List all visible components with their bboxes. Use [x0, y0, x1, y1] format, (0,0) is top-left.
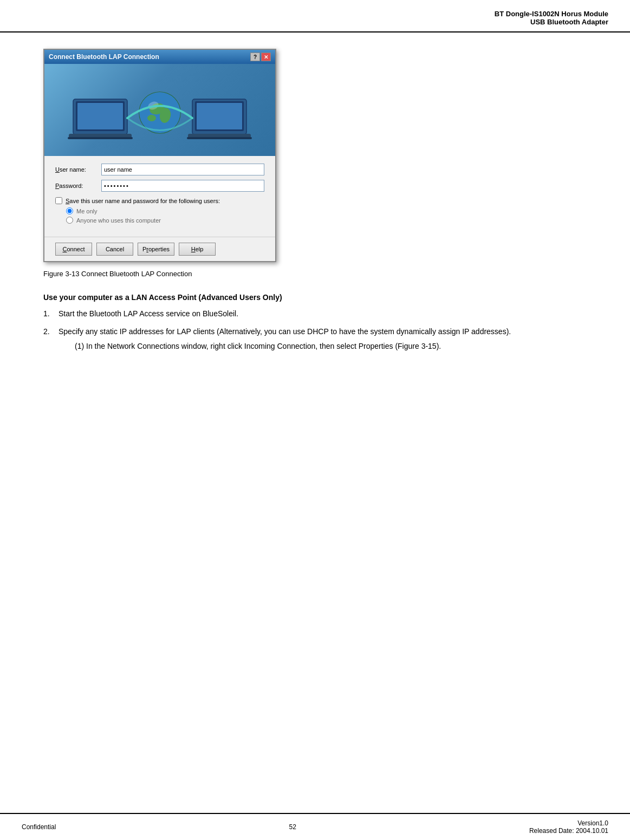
- header-title-line2: USB Bluetooth Adapter: [22, 18, 608, 26]
- dialog-titlebar: Connect Bluetooth LAP Connection ? ✕: [44, 50, 275, 64]
- radio-anyone-label: Anyone who uses this computer: [76, 217, 161, 224]
- dialog-body: User name: Password: Save this user name…: [44, 156, 275, 237]
- properties-button[interactable]: Properties: [138, 243, 174, 256]
- dialog-help-button[interactable]: ?: [250, 53, 260, 61]
- numbered-list: 1. Start the Bluetooth LAP Access servic…: [43, 308, 587, 352]
- password-label: Password:: [55, 183, 101, 189]
- list-item: 1. Start the Bluetooth LAP Access servic…: [43, 308, 587, 320]
- dialog-close-button[interactable]: ✕: [261, 53, 271, 61]
- save-underline-char: S: [66, 198, 69, 204]
- radio-group: Me only Anyone who uses this computer: [66, 207, 264, 224]
- svg-point-15: [147, 115, 156, 121]
- footer-page-number: 52: [289, 823, 296, 831]
- svg-rect-9: [187, 137, 252, 139]
- list-number-2: 2.: [43, 326, 59, 337]
- password-input[interactable]: [101, 180, 264, 192]
- save-checkbox[interactable]: [55, 197, 62, 204]
- list-text-2: Specify any static IP addresses for LAP …: [59, 327, 511, 336]
- dialog-footer: Connect Cancel Properties Help: [44, 237, 275, 261]
- properties-underline-char: r: [146, 246, 148, 252]
- radio-me-row: Me only: [66, 207, 264, 214]
- radio-me[interactable]: [66, 207, 73, 214]
- dialog-box: Connect Bluetooth LAP Connection ? ✕: [43, 49, 276, 262]
- help-button[interactable]: Help: [179, 243, 216, 256]
- header-title-line1: BT Dongle-IS1002N Horus Module: [22, 10, 608, 18]
- svg-rect-2: [77, 103, 123, 129]
- password-row: Password:: [55, 180, 264, 192]
- titlebar-buttons: ? ✕: [250, 53, 271, 61]
- laptop-illustration: [57, 67, 263, 153]
- username-row: User name:: [55, 164, 264, 175]
- page-footer: Confidential 52 Version1.0 Released Date…: [0, 813, 630, 840]
- username-input[interactable]: [101, 164, 264, 175]
- save-label: Save this user name and password for the…: [66, 198, 220, 204]
- section-heading: Use your computer as a LAN Access Point …: [43, 293, 587, 302]
- dialog-image-area: [44, 64, 275, 156]
- svg-rect-4: [68, 137, 133, 139]
- save-checkbox-row: Save this user name and password for the…: [55, 197, 264, 204]
- dialog-title: Connect Bluetooth LAP Connection: [49, 53, 159, 61]
- svg-rect-7: [197, 103, 242, 129]
- footer-right: Version1.0 Released Date: 2004.10.01: [529, 819, 608, 835]
- footer-date: Released Date: 2004.10.01: [529, 827, 608, 835]
- page-header: BT Dongle-IS1002N Horus Module USB Bluet…: [0, 0, 630, 32]
- page-content: Connect Bluetooth LAP Connection ? ✕: [0, 32, 630, 402]
- list-content-1: Start the Bluetooth LAP Access service o…: [59, 308, 587, 320]
- list-number-1: 1.: [43, 308, 59, 320]
- help-underline-char: H: [191, 246, 196, 252]
- list-item: 2. Specify any static IP addresses for L…: [43, 326, 587, 352]
- radio-anyone[interactable]: [66, 217, 73, 224]
- radio-anyone-row: Anyone who uses this computer: [66, 217, 264, 224]
- cancel-button[interactable]: Cancel: [96, 243, 133, 256]
- radio-me-label: Me only: [76, 208, 98, 214]
- indented-note: (1) In the Network Connections window, r…: [75, 341, 587, 352]
- connect-button[interactable]: Connect: [55, 243, 92, 256]
- footer-left: Confidential: [22, 823, 56, 831]
- list-content-2: Specify any static IP addresses for LAP …: [59, 326, 587, 352]
- connect-underline-char: C: [63, 246, 67, 252]
- username-label: User name:: [55, 166, 101, 173]
- screenshot-wrapper: Connect Bluetooth LAP Connection ? ✕: [43, 49, 587, 278]
- username-underline-char: U: [55, 166, 60, 173]
- figure-caption: Figure 3-13 Connect Bluetooth LAP Connec…: [43, 270, 192, 278]
- footer-version: Version1.0: [529, 819, 608, 827]
- password-underline-char: P: [55, 183, 59, 189]
